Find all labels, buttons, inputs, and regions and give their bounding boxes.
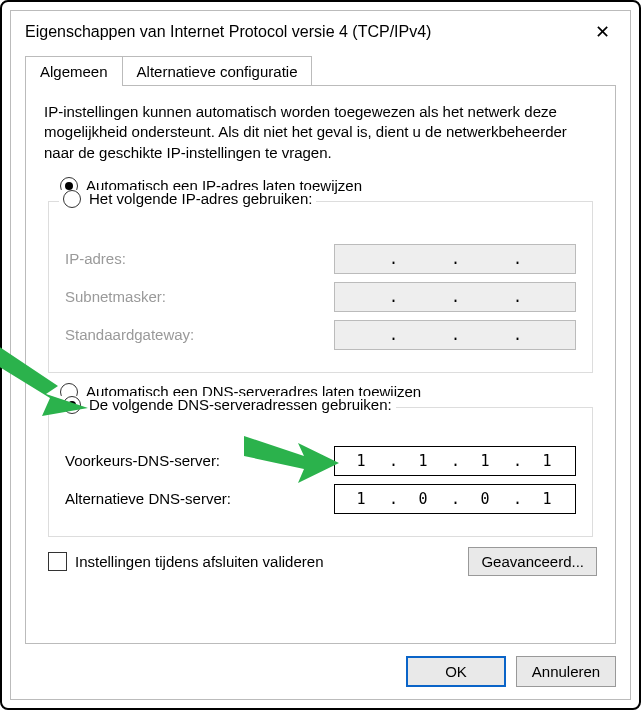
radio-label: Het volgende IP-adres gebruiken:: [89, 190, 312, 207]
subnet-field: ...: [334, 282, 576, 312]
group-dns-manual: De volgende DNS-serveradressen gebruiken…: [48, 407, 593, 537]
alternate-dns-field[interactable]: 1. 0. 0. 1: [334, 484, 576, 514]
radio-dns-manual[interactable]: [63, 396, 81, 414]
ipv4-properties-dialog: Eigenschappen van Internet Protocol vers…: [10, 10, 631, 700]
tab-alternate[interactable]: Alternatieve configuratie: [122, 56, 313, 86]
radio-ip-manual[interactable]: [63, 190, 81, 208]
validate-checkbox[interactable]: [48, 552, 67, 571]
close-icon[interactable]: ✕: [589, 21, 616, 43]
tab-panel-general: IP-instellingen kunnen automatisch worde…: [25, 85, 616, 644]
tab-general[interactable]: Algemeen: [25, 56, 123, 86]
ip-address-label: IP-adres:: [65, 250, 126, 267]
group-ip-manual: Het volgende IP-adres gebruiken: IP-adre…: [48, 201, 593, 373]
gateway-label: Standaardgateway:: [65, 326, 194, 343]
window-title: Eigenschappen van Internet Protocol vers…: [25, 23, 431, 41]
dialog-button-bar: OK Annuleren: [11, 644, 630, 699]
cancel-button[interactable]: Annuleren: [516, 656, 616, 687]
preferred-dns-label: Voorkeurs-DNS-server:: [65, 452, 220, 469]
titlebar: Eigenschappen van Internet Protocol vers…: [11, 11, 630, 49]
subnet-label: Subnetmasker:: [65, 288, 166, 305]
advanced-button[interactable]: Geavanceerd...: [468, 547, 597, 576]
ok-button[interactable]: OK: [406, 656, 506, 687]
preferred-dns-field[interactable]: 1. 1. 1. 1: [334, 446, 576, 476]
radio-label: De volgende DNS-serveradressen gebruiken…: [89, 396, 392, 413]
tab-strip: Algemeen Alternatieve configuratie: [25, 55, 616, 85]
validate-label: Instellingen tijdens afsluiten valideren: [75, 553, 324, 570]
intro-text: IP-instellingen kunnen automatisch worde…: [44, 102, 597, 163]
gateway-field: ...: [334, 320, 576, 350]
ip-address-field: ...: [334, 244, 576, 274]
alternate-dns-label: Alternatieve DNS-server:: [65, 490, 231, 507]
